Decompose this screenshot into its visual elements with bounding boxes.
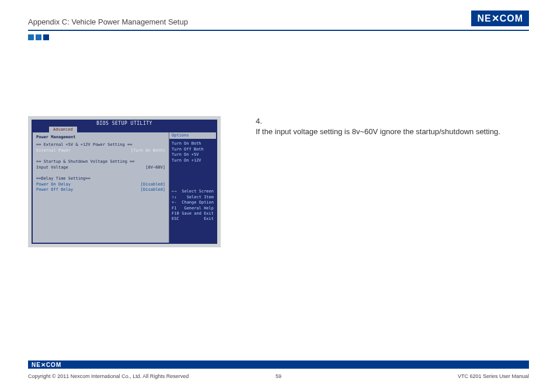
square-icon: [28, 34, 34, 40]
decorative-squares: [28, 34, 557, 40]
header-divider: [28, 30, 529, 31]
bios-help-row: ↑↓Select Item: [172, 195, 214, 200]
footer-text-row: Copyright © 2011 Nexcom International Co…: [28, 373, 529, 379]
bios-setting-label: External Power: [36, 148, 71, 153]
square-icon: [36, 34, 41, 40]
content-area: BIOS SETUP UTILITY Advanced Power Manage…: [0, 40, 557, 247]
instruction-text: 4. If the input voltage setting is 8v~60…: [256, 116, 500, 247]
bios-screenshot: BIOS SETUP UTILITY Advanced Power Manage…: [28, 116, 221, 247]
bios-setting-row: External Power [Turn On Both]: [36, 148, 165, 153]
step-number: 4.: [256, 116, 500, 127]
bios-setting-value: [Disabled]: [141, 182, 165, 187]
bios-help-row: ←→Select Screen: [172, 189, 214, 194]
bios-setting-label: Power On Delay: [36, 182, 71, 187]
bios-setting-row: Power On Delay [Disabled]: [36, 182, 165, 187]
bios-tab-advanced: Advanced: [49, 127, 77, 132]
bios-right-panel: Options Turn On Both Turn Off Both Turn …: [169, 132, 216, 243]
bios-options-header: Options: [169, 132, 216, 139]
header-title: Appendix C: Vehicle Power Management Set…: [28, 18, 188, 26]
bios-group-header: == External +5V & +12V Power Setting ==: [36, 142, 165, 148]
bios-option: Turn On +12V: [172, 158, 214, 163]
footer-page-number: 59: [28, 373, 529, 379]
footer-bar: NE✕COM: [28, 360, 529, 369]
footer-logo: NE✕COM: [32, 362, 61, 368]
bios-main-panel: Power Management == External +5V & +12V …: [33, 132, 216, 243]
bios-help-row: F10Save and Exit: [172, 211, 214, 216]
bios-group-header: == Startup & Shutdown Voltage Setting ==: [36, 159, 165, 164]
bios-option: Turn Off Both: [172, 147, 214, 152]
bios-frame: BIOS SETUP UTILITY Advanced Power Manage…: [32, 120, 217, 244]
bios-setting-row: Input Voltage [8V~60V]: [36, 165, 165, 170]
header-logo: NE✕COM: [471, 10, 529, 26]
step-body: If the input voltage setting is 8v~60V i…: [256, 127, 500, 137]
bios-section-title: Power Management: [36, 135, 165, 140]
bios-setting-value: [Turn On Both]: [131, 148, 165, 153]
bios-left-panel: Power Management == External +5V & +12V …: [33, 132, 169, 243]
bios-title: BIOS SETUP UTILITY: [32, 121, 217, 126]
bios-setting-value: [8V~60V]: [145, 165, 165, 170]
bios-help-row: ESCExit: [172, 216, 214, 222]
bios-group-header: ==Delay Time Setting==: [36, 176, 165, 181]
page-header: Appendix C: Vehicle Power Management Set…: [0, 0, 557, 26]
bios-setting-label: Power Off Delay: [36, 187, 73, 192]
bios-help-row: +-Change Option: [172, 200, 214, 205]
bios-setting-label: Input Voltage: [36, 165, 68, 170]
bios-option: Turn On +5V: [172, 152, 214, 158]
bios-setting-row: Power Off Delay [Disabled]: [36, 187, 165, 192]
bios-setting-value: [Disabled]: [141, 187, 165, 192]
square-icon: [43, 34, 49, 40]
bios-option: Turn On Both: [172, 141, 214, 146]
logo-x-icon: ✕: [492, 13, 500, 24]
bios-help-row: F1General Help: [172, 206, 214, 211]
